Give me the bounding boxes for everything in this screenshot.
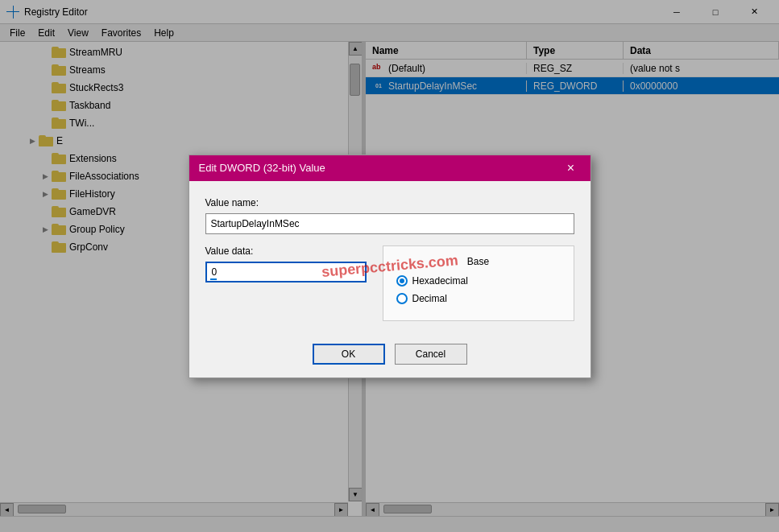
base-section: Base Hexadecimal Decimal bbox=[383, 245, 574, 321]
radio-hexadecimal[interactable]: Hexadecimal bbox=[396, 275, 561, 287]
data-input-wrapper bbox=[205, 262, 367, 282]
value-data-label: Value data: bbox=[205, 245, 367, 257]
dialog-footer: OK Cancel bbox=[189, 334, 590, 377]
radio-hex-inner bbox=[400, 278, 404, 283]
dialog-close-button[interactable]: × bbox=[561, 159, 581, 178]
dialog-overlay: Edit DWORD (32-bit) Value × Value name: … bbox=[0, 0, 779, 532]
value-data-section: Value data: superpcctricks.com bbox=[205, 245, 367, 282]
dialog-body: Value name: Value data: superpcctricks.c… bbox=[189, 181, 590, 334]
cancel-button[interactable]: Cancel bbox=[395, 344, 467, 365]
base-label: Base bbox=[396, 256, 561, 267]
radio-hex-label: Hexadecimal bbox=[412, 275, 468, 287]
dialog-title: Edit DWORD (32-bit) Value bbox=[199, 162, 561, 174]
value-data-row: Value data: superpcctricks.com Base bbox=[205, 245, 574, 321]
radio-hex-outer bbox=[396, 275, 408, 287]
radio-dec-label: Decimal bbox=[412, 293, 447, 304]
text-cursor bbox=[210, 278, 217, 280]
ok-button[interactable]: OK bbox=[313, 344, 385, 365]
radio-dec-outer bbox=[396, 293, 408, 304]
value-name-input[interactable] bbox=[205, 213, 574, 234]
dialog-title-bar: Edit DWORD (32-bit) Value × bbox=[189, 155, 590, 181]
edit-dword-dialog: Edit DWORD (32-bit) Value × Value name: … bbox=[189, 155, 591, 378]
radio-decimal[interactable]: Decimal bbox=[396, 293, 561, 304]
value-data-input[interactable] bbox=[205, 262, 367, 282]
value-name-label: Value name: bbox=[205, 197, 574, 208]
